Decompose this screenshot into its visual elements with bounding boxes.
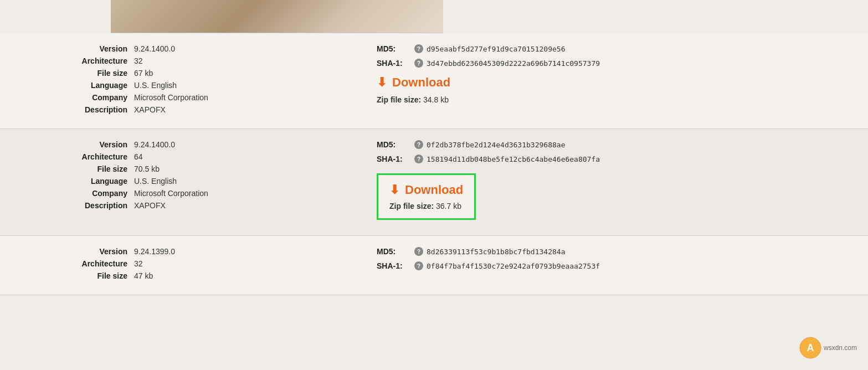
download-icon-1: ⬇ <box>377 75 387 90</box>
md5-label-1: MD5: <box>377 44 410 53</box>
filesize-row-2: File size 70.5 kb <box>55 165 321 173</box>
svg-text:A: A <box>807 342 814 353</box>
sha1-value-3: 0f84f7baf4f1530c72e9242af0793b9eaaa2753f <box>427 262 600 270</box>
company-value-1: Microsoft Corporation <box>134 93 208 102</box>
version-row-1: Version 9.24.1400.0 <box>55 44 321 53</box>
sha1-row-1: SHA-1: ? 3d47ebbd6236045309d2222a696b714… <box>377 59 846 68</box>
language-label-2: Language <box>55 177 127 186</box>
zip-size-label-1: Zip file size: <box>377 95 421 104</box>
md5-row-3: MD5: ? 8d26339113f53c9b1b8bc7fbd134284a <box>377 247 846 256</box>
md5-info-icon-1[interactable]: ? <box>414 44 423 53</box>
top-image <box>111 0 443 33</box>
version-value-1: 9.24.1400.0 <box>134 44 175 53</box>
file-entry-2: Version 9.24.1400.0 Architecture 64 File… <box>0 129 868 236</box>
appuals-watermark: A wsxdn.com <box>799 337 857 359</box>
arch-row-3: Architecture 32 <box>55 259 321 268</box>
file-entry-3: Version 9.24.1399.0 Architecture 32 File… <box>0 236 868 295</box>
company-row-1: Company Microsoft Corporation <box>55 93 321 102</box>
page-wrapper: Version 9.24.1400.0 Architecture 32 File… <box>0 0 868 370</box>
version-row-3: Version 9.24.1399.0 <box>55 247 321 256</box>
language-value-1: U.S. English <box>134 81 177 90</box>
version-value-3: 9.24.1399.0 <box>134 247 175 256</box>
company-label-2: Company <box>55 189 127 198</box>
filesize-label-1: File size <box>55 69 127 78</box>
desc-label-2: Description <box>55 201 127 210</box>
arch-label-3: Architecture <box>55 259 127 268</box>
arch-value-3: 32 <box>134 259 143 268</box>
filesize-label-2: File size <box>55 165 127 173</box>
version-value-2: 9.24.1400.0 <box>134 140 175 149</box>
filesize-value-2: 70.5 kb <box>134 165 160 173</box>
download-icon-2: ⬇ <box>389 183 399 197</box>
language-value-2: U.S. English <box>134 177 177 186</box>
desc-row-1: Description XAPOFX <box>55 105 321 114</box>
highlighted-download-box: ⬇ Download Zip file size: 36.7 kb <box>377 173 476 220</box>
desc-value-1: XAPOFX <box>134 105 166 114</box>
download-button-2[interactable]: ⬇ Download <box>389 183 463 197</box>
version-label-3: Version <box>55 247 127 256</box>
md5-label-3: MD5: <box>377 247 410 256</box>
sha1-value-2: 158194d11db048be5fe12cb6c4abe46e6ea807fa <box>427 155 600 163</box>
sha1-info-icon-2[interactable]: ? <box>414 155 423 163</box>
entry-info-3: Version 9.24.1399.0 Architecture 32 File… <box>0 236 343 295</box>
sha1-label-1: SHA-1: <box>377 59 410 68</box>
download-label-2: Download <box>405 183 463 197</box>
company-row-2: Company Microsoft Corporation <box>55 189 321 198</box>
company-label-1: Company <box>55 93 127 102</box>
zip-size-row-1: Zip file size: 34.8 kb <box>377 95 846 104</box>
sha1-info-icon-3[interactable]: ? <box>414 261 423 270</box>
entry-download-2: MD5: ? 0f2db378fbe2d124e4d3631b329688ae … <box>343 129 868 235</box>
arch-row-2: Architecture 64 <box>55 152 321 161</box>
file-entry-1: Version 9.24.1400.0 Architecture 32 File… <box>0 33 868 129</box>
filesize-row-3: File size 47 kb <box>55 271 321 280</box>
sha1-info-icon-1[interactable]: ? <box>414 59 423 68</box>
md5-info-icon-3[interactable]: ? <box>414 247 423 256</box>
zip-size-value-1: 34.8 kb <box>423 95 449 104</box>
entry-download-3: MD5: ? 8d26339113f53c9b1b8bc7fbd134284a … <box>343 236 868 295</box>
zip-size-label-2: Zip file size: <box>389 202 434 210</box>
entry-info-1: Version 9.24.1400.0 Architecture 32 File… <box>0 33 343 129</box>
version-row-2: Version 9.24.1400.0 <box>55 140 321 149</box>
appuals-logo-icon: A <box>799 337 821 359</box>
sha1-row-3: SHA-1: ? 0f84f7baf4f1530c72e9242af0793b9… <box>377 261 846 270</box>
zip-size-value-2: 36.7 kb <box>436 202 461 210</box>
md5-value-2: 0f2db378fbe2d124e4d3631b329688ae <box>427 141 565 149</box>
arch-row-1: Architecture 32 <box>55 56 321 65</box>
arch-label-1: Architecture <box>55 56 127 65</box>
language-row-2: Language U.S. English <box>55 177 321 186</box>
entries-container: Version 9.24.1400.0 Architecture 32 File… <box>0 33 868 295</box>
version-label-1: Version <box>55 44 127 53</box>
filesize-label-3: File size <box>55 271 127 280</box>
download-button-1[interactable]: ⬇ Download <box>377 75 846 90</box>
download-label-1: Download <box>392 75 450 90</box>
sha1-label-3: SHA-1: <box>377 261 410 270</box>
md5-row-1: MD5: ? d95eaabf5d277ef91d9ca70151209e56 <box>377 44 846 53</box>
sha1-value-1: 3d47ebbd6236045309d2222a696b7141c0957379 <box>427 59 600 68</box>
language-row-1: Language U.S. English <box>55 81 321 90</box>
language-label-1: Language <box>55 81 127 90</box>
sha1-label-2: SHA-1: <box>377 155 410 163</box>
md5-label-2: MD5: <box>377 140 410 149</box>
md5-info-icon-2[interactable]: ? <box>414 140 423 149</box>
desc-value-2: XAPOFX <box>134 201 166 210</box>
arch-label-2: Architecture <box>55 152 127 161</box>
arch-value-2: 64 <box>134 152 143 161</box>
company-value-2: Microsoft Corporation <box>134 189 208 198</box>
zip-size-row-2: Zip file size: 36.7 kb <box>389 202 463 210</box>
md5-value-3: 8d26339113f53c9b1b8bc7fbd134284a <box>427 248 565 256</box>
entry-info-2: Version 9.24.1400.0 Architecture 64 File… <box>0 129 343 235</box>
filesize-value-1: 67 kb <box>134 69 153 78</box>
version-label-2: Version <box>55 140 127 149</box>
filesize-row-1: File size 67 kb <box>55 69 321 78</box>
entry-download-1: MD5: ? d95eaabf5d277ef91d9ca70151209e56 … <box>343 33 868 129</box>
desc-row-2: Description XAPOFX <box>55 201 321 210</box>
sha1-row-2: SHA-1: ? 158194d11db048be5fe12cb6c4abe46… <box>377 155 846 163</box>
md5-row-2: MD5: ? 0f2db378fbe2d124e4d3631b329688ae <box>377 140 846 149</box>
watermark-site: wsxdn.com <box>824 344 857 352</box>
arch-value-1: 32 <box>134 56 143 65</box>
desc-label-1: Description <box>55 105 127 114</box>
md5-value-1: d95eaabf5d277ef91d9ca70151209e56 <box>427 45 565 53</box>
filesize-value-3: 47 kb <box>134 271 153 280</box>
